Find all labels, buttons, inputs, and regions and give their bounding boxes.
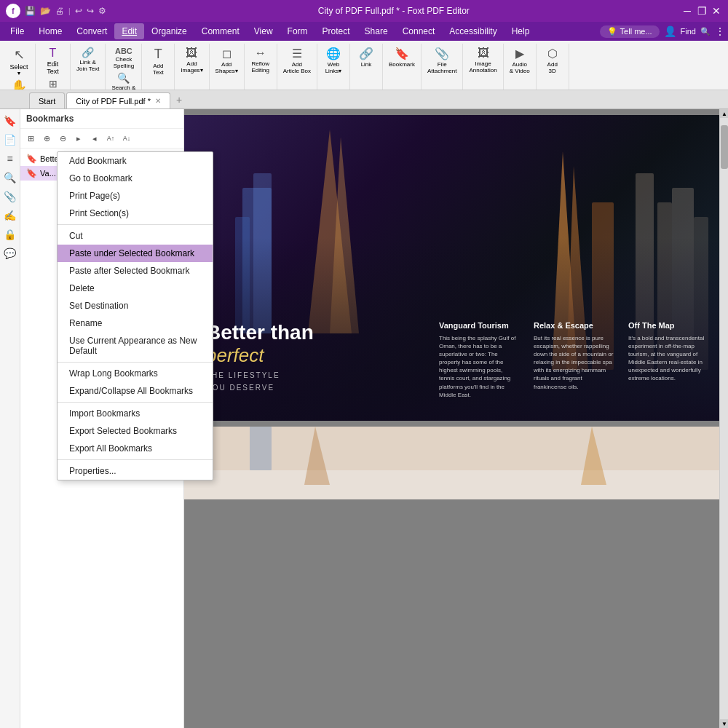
scroll-down-button[interactable]: ▼ <box>720 719 728 728</box>
menu-help[interactable]: Help <box>505 23 537 39</box>
ribbon-btn-file-attachment[interactable]: 📎 FileAttachment <box>424 45 459 76</box>
sidebar-icon-pages[interactable]: 📄 <box>1 131 19 149</box>
find-label: Find <box>681 27 696 36</box>
ribbon-btn-reflow[interactable]: ↔ ReflowEditing <box>248 45 274 75</box>
sidebar-icon-comments[interactable]: 💬 <box>1 245 19 262</box>
ribbon-btn-select[interactable]: ↖ Select ▼ <box>6 45 32 77</box>
ribbon-group-img-annotation: 🖼 ImageAnnotation <box>463 44 503 90</box>
bm-tool-forward[interactable]: ▸ <box>71 131 86 146</box>
ctx-set-destination[interactable]: Set Destination <box>58 297 213 314</box>
ribbon-btn-link[interactable]: 🔗 Link <box>353 45 379 69</box>
sidebar-icon-signatures[interactable]: ✍ <box>1 207 19 224</box>
ctx-print-sections[interactable]: Print Section(s) <box>58 205 213 222</box>
minimize-button[interactable]: ─ <box>681 5 693 17</box>
tab-start[interactable]: Start <box>29 92 65 108</box>
menu-form[interactable]: Form <box>280 23 315 39</box>
ctx-rename[interactable]: Rename <box>58 314 213 332</box>
save-icon[interactable]: 💾 <box>25 6 36 16</box>
tab-pdf[interactable]: City of PDF Full.pdf * ✕ <box>66 92 170 108</box>
ribbon-group-article: ☰ AddArticle Box <box>277 44 317 90</box>
menu-comment[interactable]: Comment <box>194 23 247 39</box>
ribbon-btn-search-replace[interactable]: 🔍 Search &Replace <box>108 71 138 90</box>
sidebar-icon-bookmarks[interactable]: 🔖 <box>1 112 19 130</box>
ribbon-btn-hand[interactable]: ✋ Hand <box>6 77 32 90</box>
audio-video-icon: ▶ <box>515 47 524 60</box>
sidebar-icon-layers[interactable]: ≡ <box>1 150 19 167</box>
ctx-expand-collapse[interactable]: Expand/Collapse All Bookmarks <box>58 382 213 400</box>
ribbon-btn-add-3d[interactable]: ⬡ Add3D <box>539 45 566 76</box>
ribbon-btn-edit-object[interactable]: ⊞ Edit Object▾ <box>39 76 67 90</box>
ribbon-btn-link-join[interactable]: 🔗 Link &Join Text <box>74 45 102 74</box>
menu-convert[interactable]: Convert <box>69 23 114 39</box>
ctx-print-pages[interactable]: Print Page(s) <box>58 187 213 205</box>
ribbon-btn-audio-video[interactable]: ▶ Audio& Video <box>507 45 533 76</box>
menu-file[interactable]: File <box>3 23 31 39</box>
bm-tool-sort-desc[interactable]: A↓ <box>119 131 134 146</box>
open-icon[interactable]: 📂 <box>40 6 51 16</box>
undo-icon[interactable]: ↩ <box>75 6 82 16</box>
bm-tool-add[interactable]: ⊕ <box>39 131 54 146</box>
ctx-paste-under[interactable]: Paste under Selected Bookmark <box>58 245 213 262</box>
ribbon-group-link: 🔗 Link &Join Text <box>71 44 106 90</box>
scroll-up-button[interactable]: ▲ <box>720 109 728 118</box>
ctx-add-bookmark[interactable]: Add Bookmark <box>58 152 213 170</box>
ribbon-group-weblinks: 🌐 WebLinks▾ <box>317 44 350 90</box>
ctx-paste-after[interactable]: Paste after Selected Bookmark <box>58 262 213 280</box>
search-menu-icon[interactable]: 🔍 <box>700 27 711 36</box>
ctx-import-bookmarks[interactable]: Import Bookmarks <box>58 405 213 422</box>
bm-tool-back[interactable]: ◂ <box>87 131 102 146</box>
main-area: 🔖 📄 ≡ 🔍 📎 ✍ 🔒 💬 Bookmarks ⊞ ⊕ ⊖ ▸ ◂ A↑ A… <box>0 109 728 728</box>
ctx-cut[interactable]: Cut <box>58 227 213 245</box>
pdf-hero-text: Better than perfect THE LIFESTYLE YOU DE… <box>206 322 314 392</box>
ribbon-btn-img-annotation[interactable]: 🖼 ImageAnnotation <box>466 45 499 75</box>
print-icon[interactable]: 🖨 <box>55 6 64 16</box>
ctx-wrap-long-bookmarks[interactable]: Wrap Long Bookmarks <box>58 365 213 382</box>
bm-tool-remove[interactable]: ⊖ <box>55 131 70 146</box>
more-options-icon[interactable]: ⋮ <box>715 25 725 37</box>
pdf-page-1: Better than perfect THE LIFESTYLE YOU DE… <box>184 115 719 421</box>
menu-organize[interactable]: Organize <box>144 23 194 39</box>
menu-protect[interactable]: Protect <box>315 23 357 39</box>
ribbon-img-annotation-label: ImageAnnotation <box>469 60 496 74</box>
tab-bar: Start City of PDF Full.pdf * ✕ + <box>0 90 728 109</box>
menu-share[interactable]: Share <box>357 23 395 39</box>
ctx-use-current-appearance[interactable]: Use Current Appearance as New Default <box>58 332 213 360</box>
edit-object-icon: ⊞ <box>49 78 58 90</box>
menu-accessibility[interactable]: Accessibility <box>442 23 504 39</box>
redo-icon[interactable]: ↪ <box>87 6 94 16</box>
ribbon-btn-article-box[interactable]: ☰ AddArticle Box <box>280 45 314 76</box>
ribbon-btn-edit-text[interactable]: T Edit Text <box>40 45 66 76</box>
bookmarks-header: Bookmarks <box>20 109 183 129</box>
menu-view[interactable]: View <box>247 23 280 39</box>
ribbon-btn-add-text[interactable]: T AddText <box>145 45 171 77</box>
scroll-thumb[interactable] <box>721 125 728 169</box>
sidebar-icons: 🔖 📄 ≡ 🔍 📎 ✍ 🔒 💬 <box>0 109 20 728</box>
sidebar-icon-search[interactable]: 🔍 <box>1 169 19 186</box>
menu-connect[interactable]: Connect <box>395 23 443 39</box>
ribbon-btn-spelling[interactable]: ABC CheckSpelling <box>111 45 137 71</box>
restore-button[interactable]: ❐ <box>696 5 708 17</box>
sidebar-icon-security[interactable]: 🔒 <box>1 226 19 243</box>
ctx-delete[interactable]: Delete <box>58 280 213 297</box>
ctx-export-selected[interactable]: Export Selected Bookmarks <box>58 422 213 440</box>
close-button[interactable]: ✕ <box>711 5 722 17</box>
scroll-track[interactable] <box>720 118 728 719</box>
ribbon-btn-add-images[interactable]: 🖼 AddImages▾ <box>178 45 205 75</box>
user-icon[interactable]: 👤 <box>664 25 676 37</box>
tab-close-icon[interactable]: ✕ <box>155 97 161 105</box>
ctx-export-all[interactable]: Export All Bookmarks <box>58 440 213 457</box>
bm-tool-new[interactable]: ⊞ <box>23 131 38 146</box>
ribbon-btn-bookmark[interactable]: 🔖 Bookmark <box>386 45 418 69</box>
menu-edit[interactable]: Edit <box>114 23 144 39</box>
sidebar-icon-attachments[interactable]: 📎 <box>1 188 19 205</box>
ctx-properties[interactable]: Properties... <box>58 462 213 480</box>
new-tab-icon[interactable]: + <box>172 92 186 108</box>
menu-home[interactable]: Home <box>31 23 69 39</box>
ribbon-file-attachment-label: FileAttachment <box>427 61 456 74</box>
bm-tool-sort-asc[interactable]: A↑ <box>103 131 118 146</box>
ribbon-btn-web-links[interactable]: 🌐 WebLinks▾ <box>320 45 347 76</box>
settings-icon[interactable]: ⚙ <box>98 6 106 16</box>
tell-me-box[interactable]: 💡 Tell me... <box>600 25 660 38</box>
ribbon-btn-add-shapes[interactable]: ◻ AddShapes▾ <box>213 45 241 76</box>
ctx-go-to-bookmark[interactable]: Go to Bookmark <box>58 170 213 187</box>
